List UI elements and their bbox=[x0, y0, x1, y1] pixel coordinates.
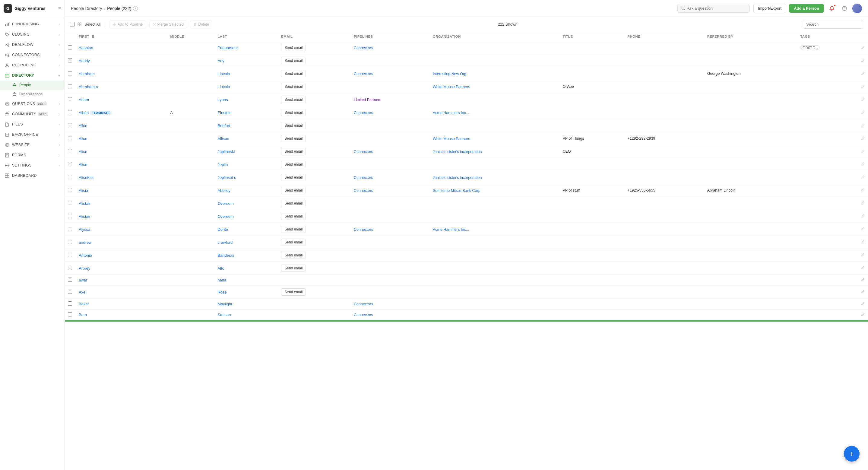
th-last[interactable]: LAST bbox=[214, 32, 278, 41]
add-person-button[interactable]: Add a Person bbox=[789, 4, 824, 13]
row-last-name[interactable]: Overeem bbox=[214, 210, 278, 223]
sidebar-item-people[interactable]: People bbox=[0, 81, 65, 90]
row-checkbox[interactable] bbox=[68, 149, 72, 153]
edit-icon[interactable] bbox=[861, 71, 865, 76]
row-checkbox[interactable] bbox=[68, 110, 72, 114]
edit-icon[interactable] bbox=[861, 123, 865, 128]
sidebar-item-recruiting[interactable]: RECRUITING › bbox=[0, 60, 65, 70]
row-pipelines[interactable]: Connectors bbox=[351, 223, 430, 236]
edit-icon[interactable] bbox=[861, 97, 865, 102]
row-last-name[interactable]: Lyons bbox=[214, 93, 278, 106]
row-pipelines[interactable]: Limited Partners bbox=[351, 93, 430, 106]
row-last-name[interactable]: Arly bbox=[214, 54, 278, 67]
send-email-button[interactable]: Send email bbox=[281, 226, 306, 233]
send-email-button[interactable]: Send email bbox=[281, 148, 306, 155]
row-first-name[interactable]: Alice bbox=[76, 119, 167, 132]
edit-icon[interactable] bbox=[861, 302, 865, 307]
select-all-checkbox[interactable] bbox=[70, 22, 74, 27]
add-to-pipeline-button[interactable]: Add to Pipeline bbox=[109, 21, 146, 28]
row-checkbox[interactable] bbox=[68, 201, 72, 205]
row-organization[interactable] bbox=[430, 286, 559, 299]
row-first-name[interactable]: Alice bbox=[76, 145, 167, 158]
help-button[interactable] bbox=[840, 4, 849, 13]
send-email-button[interactable]: Send email bbox=[281, 161, 306, 168]
row-first-name[interactable]: Aaaalan bbox=[76, 41, 167, 54]
avatar[interactable] bbox=[852, 4, 862, 13]
row-checkbox[interactable] bbox=[68, 136, 72, 140]
sidebar-item-dashboard[interactable]: DASHBOARD bbox=[0, 170, 65, 181]
row-checkbox[interactable] bbox=[68, 301, 72, 306]
row-organization[interactable] bbox=[430, 119, 559, 132]
row-pipelines[interactable]: Connectors bbox=[351, 171, 430, 184]
row-first-name[interactable]: Alicia bbox=[76, 184, 167, 197]
row-last-name[interactable]: Stetson bbox=[214, 310, 278, 320]
row-first-name[interactable]: andrew bbox=[76, 236, 167, 249]
edit-icon[interactable] bbox=[861, 278, 865, 283]
row-checkbox[interactable] bbox=[68, 71, 72, 75]
send-email-button[interactable]: Send email bbox=[281, 135, 306, 142]
row-pipelines[interactable] bbox=[351, 262, 430, 275]
notifications-button[interactable] bbox=[827, 4, 837, 13]
row-first-name[interactable]: Bam bbox=[76, 310, 167, 320]
row-first-name[interactable]: Abrahamm bbox=[76, 80, 167, 93]
row-last-name[interactable]: Abbliey bbox=[214, 184, 278, 197]
send-email-button[interactable]: Send email bbox=[281, 57, 306, 64]
send-email-button[interactable]: Send email bbox=[281, 200, 306, 207]
row-pipelines[interactable] bbox=[351, 197, 430, 210]
row-first-name[interactable]: Alice bbox=[76, 158, 167, 171]
sidebar-item-dealflow[interactable]: DEALFLOW › bbox=[0, 39, 65, 50]
row-last-name[interactable]: Rose bbox=[214, 286, 278, 299]
row-checkbox[interactable] bbox=[68, 266, 72, 270]
row-first-name[interactable]: AlbertTEAMMATE bbox=[76, 106, 167, 119]
row-pipelines[interactable]: Connectors bbox=[351, 145, 430, 158]
row-last-name[interactable]: crawford bbox=[214, 236, 278, 249]
row-first-name[interactable]: Axel bbox=[76, 286, 167, 299]
row-checkbox[interactable] bbox=[68, 214, 72, 218]
row-organization[interactable]: Interesting New Org bbox=[430, 67, 559, 80]
row-organization[interactable]: White Mouse Partners bbox=[430, 132, 559, 145]
edit-icon[interactable] bbox=[861, 175, 865, 180]
row-last-name[interactable]: Boofort bbox=[214, 119, 278, 132]
row-pipelines[interactable] bbox=[351, 54, 430, 67]
row-organization[interactable] bbox=[430, 310, 559, 320]
row-organization[interactable] bbox=[430, 93, 559, 106]
row-pipelines[interactable] bbox=[351, 80, 430, 93]
delete-button[interactable]: Delete bbox=[190, 21, 212, 28]
send-email-button[interactable]: Send email bbox=[281, 83, 306, 90]
row-pipelines[interactable] bbox=[351, 286, 430, 299]
sidebar-item-organizations[interactable]: Organizations bbox=[0, 90, 65, 99]
row-last-name[interactable]: Joplin bbox=[214, 158, 278, 171]
row-checkbox[interactable] bbox=[68, 278, 72, 282]
row-first-name[interactable]: Alicetest bbox=[76, 171, 167, 184]
row-organization[interactable] bbox=[430, 210, 559, 223]
row-last-name[interactable]: Lincoln bbox=[214, 67, 278, 80]
row-first-name[interactable]: Alyssa bbox=[76, 223, 167, 236]
edit-icon[interactable] bbox=[861, 214, 865, 219]
row-organization[interactable] bbox=[430, 158, 559, 171]
sidebar-item-settings[interactable]: SETTINGS › bbox=[0, 160, 65, 170]
app-logo[interactable]: G bbox=[4, 4, 12, 13]
row-organization[interactable] bbox=[430, 41, 559, 54]
row-first-name[interactable]: Alistair bbox=[76, 197, 167, 210]
send-email-button[interactable]: Send email bbox=[281, 264, 306, 272]
edit-icon[interactable] bbox=[861, 136, 865, 141]
fab-add-button[interactable]: + bbox=[844, 446, 860, 462]
sidebar-item-directory[interactable]: DIRECTORY ∨ bbox=[0, 70, 65, 81]
row-last-name[interactable]: Alto bbox=[214, 262, 278, 275]
sidebar-item-website[interactable]: WEBSITE › bbox=[0, 140, 65, 150]
sidebar-item-closing[interactable]: CLOSING › bbox=[0, 29, 65, 39]
row-last-name[interactable]: haha bbox=[214, 275, 278, 286]
row-last-name[interactable]: Lincoln bbox=[214, 80, 278, 93]
row-organization[interactable]: Acme Hammers Inc... bbox=[430, 223, 559, 236]
row-last-name[interactable]: Joplinset s bbox=[214, 171, 278, 184]
row-checkbox[interactable] bbox=[68, 188, 72, 192]
row-checkbox[interactable] bbox=[68, 253, 72, 257]
row-last-name[interactable]: Maylight bbox=[214, 299, 278, 310]
row-pipelines[interactable]: Connectors bbox=[351, 184, 430, 197]
row-checkbox[interactable] bbox=[68, 290, 72, 294]
send-email-button[interactable]: Send email bbox=[281, 122, 306, 129]
row-organization[interactable]: White Mouse Partners bbox=[430, 80, 559, 93]
sidebar-item-forms[interactable]: FORMS › bbox=[0, 150, 65, 160]
edit-icon[interactable] bbox=[861, 188, 865, 193]
row-pipelines[interactable] bbox=[351, 275, 430, 286]
